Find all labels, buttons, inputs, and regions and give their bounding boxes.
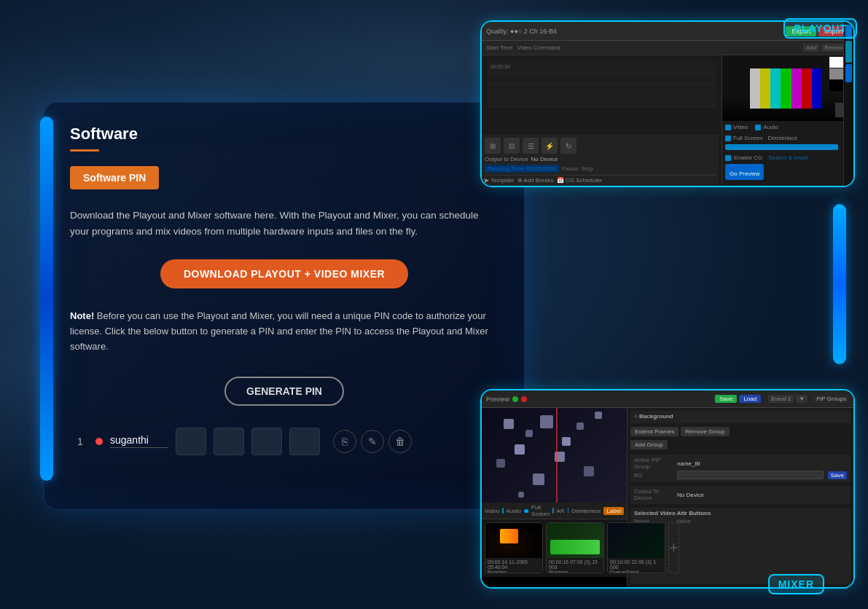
active-pip-section: Active PiP Group name_BI BG Save (630, 455, 851, 482)
mixer-preview: Video Audio Full Screen AR Deinterlace L… (482, 408, 627, 587)
bg-input[interactable] (677, 471, 824, 479)
pin-edit-button[interactable]: ✎ (361, 430, 384, 453)
audio-row: Audio (755, 124, 778, 130)
add-thumb-button[interactable]: + (668, 522, 679, 573)
corner-tl-bot (482, 390, 500, 409)
thumb-3: 00:10:00 22:00 (3) 1 000 Queue/Send (607, 522, 665, 573)
playout-right-panel: Video Audio Full Screen Deinterlace (722, 55, 853, 186)
audio-bar (725, 144, 838, 150)
pin-actions: ⎘ ✎ 🗑 (333, 430, 412, 453)
playout-label: PLAYOUT (783, 18, 857, 39)
fullscreen-checkbox (725, 135, 731, 141)
edit-icon: ✎ (368, 436, 377, 447)
enable-cg-checkbox (725, 155, 731, 161)
video-checkbox (725, 125, 731, 130)
pin-box-1 (176, 428, 206, 455)
corner-tl (482, 22, 500, 40)
description-text: Download the Playout and Mixer software … (70, 208, 498, 239)
video-row: Video (725, 124, 748, 130)
mixer-mockup: Preview Save Load Event 1 ▼ PiP Groups (482, 390, 853, 587)
section-divider (70, 149, 99, 152)
ar-ctrl (568, 508, 568, 514)
pin-row: 1 suganthi ⎘ ✎ 🗑 (70, 428, 498, 455)
mixer-toolbar: Preview Save Load Event 1 ▼ PiP Groups (482, 390, 853, 408)
pin-row-number: 1 (77, 436, 88, 447)
main-content-card: Software Software PIN Download the Playo… (44, 102, 525, 510)
color-bars-preview (722, 55, 853, 121)
playout-table: 00:00:00 (482, 55, 722, 186)
pin-box-3 (251, 428, 282, 455)
pin-box-2 (214, 428, 244, 455)
pin-status-dot (95, 438, 103, 445)
corner-tr-bot (835, 390, 853, 409)
pin-box-4 (289, 428, 320, 455)
software-pin-button[interactable]: Software PIN (70, 166, 159, 189)
download-button[interactable]: DOWNLOAD PLAYOUT + VIDEO MIXER (160, 259, 408, 288)
generate-pin-button[interactable]: GENERATE PIN (224, 377, 344, 406)
cyan-bar-right (833, 204, 846, 364)
video-ctrl (502, 508, 503, 514)
cyan-bar-left (40, 117, 53, 481)
table-row (488, 73, 716, 85)
screenshot-top: Quality: ●●○ 2 Ch 16-Bit Export Import S… (482, 22, 853, 186)
pin-delete-button[interactable]: 🗑 (388, 430, 412, 453)
table-row (488, 96, 716, 108)
section-title: Software (70, 125, 498, 144)
pip-group-section: ○ Background (630, 411, 851, 423)
thumb-1: 00:00:14 11-2085 05:40:04 Running (485, 522, 543, 573)
corner-bl-bot (482, 569, 500, 587)
pin-username: suganthi (110, 434, 168, 448)
mixer-thumbnails: 00:00:14 11-2085 05:40:04 Running 00:00:… (482, 519, 627, 577)
output-section: Output To Device No Device (630, 486, 851, 504)
mixer-controls: Video Audio Full Screen AR Deinterlace L… (482, 503, 627, 519)
note-text: Note! Before you can use the Playout and… (70, 309, 498, 354)
playout-mockup: Quality: ●●○ 2 Ch 16-Bit Export Import S… (482, 22, 853, 186)
table-row (488, 85, 716, 96)
thumb-2: 00:00:16 07:00 (3) 15 003 Running... (546, 522, 604, 573)
corner-br (835, 168, 853, 186)
playout-info-panel: Video Audio Full Screen Deinterlace (722, 121, 853, 186)
mixer-label: MIXER (768, 574, 824, 594)
preview-screen (482, 408, 627, 503)
delete-icon: 🗑 (395, 436, 405, 447)
color-bars (750, 68, 823, 109)
pin-copy-button[interactable]: ⎘ (333, 430, 356, 453)
screenshot-bottom: Preview Save Load Event 1 ▼ PiP Groups (482, 390, 853, 587)
copy-icon: ⎘ (342, 436, 348, 447)
table-row: 00:00:00 (488, 61, 716, 73)
note-label: Note! (70, 310, 94, 321)
audio-checkbox (755, 125, 761, 130)
note-body: Before you can use the Playout and Mixer… (70, 310, 488, 352)
full-screen-row: Full Screen Deinterlace (725, 135, 851, 141)
corner-br-bot (835, 569, 853, 587)
playout-content: 00:00:00 (482, 55, 853, 186)
corner-bl (482, 168, 500, 186)
mixer-content: Video Audio Full Screen AR Deinterlace L… (482, 408, 853, 587)
fullscreen-ctrl (552, 508, 553, 514)
